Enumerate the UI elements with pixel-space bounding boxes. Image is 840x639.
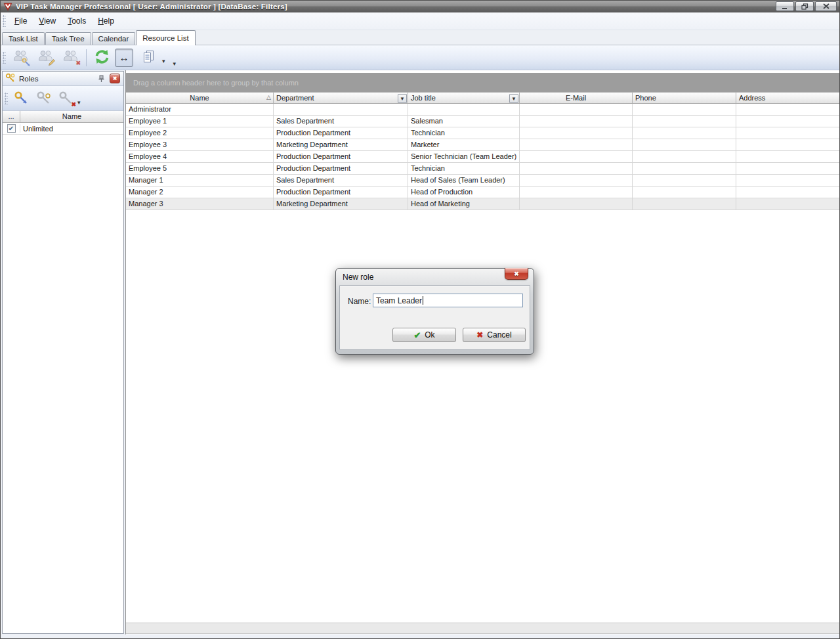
column-header-job-title[interactable]: Job title ▼: [408, 93, 520, 103]
table-row[interactable]: Employee 2Production DepartmentTechnicia…: [126, 127, 840, 139]
table-cell[interactable]: Administrator: [126, 104, 274, 116]
role-checkbox[interactable]: ✔: [7, 124, 16, 133]
table-cell[interactable]: [633, 127, 736, 139]
table-cell[interactable]: [520, 187, 633, 198]
table-cell[interactable]: Manager 3: [126, 198, 274, 210]
edit-role-button[interactable]: [33, 89, 55, 108]
table-cell[interactable]: Production Department: [274, 151, 408, 163]
close-button[interactable]: [815, 1, 837, 11]
table-cell[interactable]: Technician: [408, 127, 520, 139]
column-header-address[interactable]: Address: [736, 93, 840, 103]
table-row[interactable]: Employee 1Sales DepartmentSalesman: [126, 116, 840, 127]
menu-tools[interactable]: Tools: [62, 14, 92, 28]
table-cell[interactable]: Head of Sales (Team Leader): [408, 175, 520, 187]
tab-resource-list[interactable]: Resource List: [136, 30, 195, 45]
column-header-name[interactable]: Name △: [126, 93, 274, 103]
table-cell[interactable]: Head of Production: [408, 187, 520, 198]
table-cell[interactable]: [736, 104, 840, 116]
menu-view[interactable]: View: [33, 14, 62, 28]
table-cell[interactable]: [633, 104, 736, 116]
table-cell[interactable]: [736, 127, 840, 139]
filter-dropdown-button[interactable]: ▼: [509, 94, 518, 103]
column-header-phone[interactable]: Phone: [633, 93, 736, 103]
delete-resource-button[interactable]: ✖: [59, 48, 83, 68]
menu-file[interactable]: File: [9, 14, 33, 28]
table-cell[interactable]: [520, 127, 633, 139]
customize-columns-button[interactable]: [136, 48, 160, 68]
table-cell[interactable]: Production Department: [274, 127, 408, 139]
table-cell[interactable]: [736, 151, 840, 163]
table-cell[interactable]: Production Department: [274, 163, 408, 175]
table-cell[interactable]: Marketing Department: [274, 198, 408, 210]
table-cell[interactable]: [736, 163, 840, 175]
menu-help[interactable]: Help: [92, 14, 120, 28]
table-row[interactable]: Manager 2Production DepartmentHead of Pr…: [126, 187, 840, 198]
table-cell[interactable]: Marketer: [408, 139, 520, 151]
table-cell[interactable]: [408, 104, 520, 116]
table-cell[interactable]: [633, 198, 736, 210]
table-cell[interactable]: Employee 3: [126, 139, 274, 151]
table-row[interactable]: Employee 5Production DepartmentTechnicia…: [126, 163, 840, 175]
table-cell[interactable]: Sales Department: [274, 175, 408, 187]
role-name[interactable]: Unlimited: [20, 125, 53, 133]
table-cell[interactable]: Head of Marketing: [408, 198, 520, 210]
minimize-button[interactable]: [776, 1, 794, 11]
table-cell[interactable]: Technician: [408, 163, 520, 175]
delete-role-button[interactable]: ✖: [55, 89, 77, 108]
add-resource-button[interactable]: [9, 48, 33, 68]
table-cell[interactable]: Manager 1: [126, 175, 274, 187]
roles-close-button[interactable]: ✖: [110, 74, 120, 83]
tab-task-list[interactable]: Task List: [2, 32, 45, 45]
roles-column-name[interactable]: Name: [20, 111, 123, 122]
table-cell[interactable]: [736, 175, 840, 187]
table-cell[interactable]: [736, 198, 840, 210]
table-row[interactable]: Administrator: [126, 104, 840, 116]
filter-dropdown-button[interactable]: ▼: [398, 94, 407, 103]
table-cell[interactable]: Employee 1: [126, 116, 274, 127]
table-cell[interactable]: Sales Department: [274, 116, 408, 127]
table-cell[interactable]: [633, 151, 736, 163]
tab-task-tree[interactable]: Task Tree: [45, 32, 91, 45]
role-name-input[interactable]: Team Leader: [373, 294, 523, 307]
table-cell[interactable]: Employee 2: [126, 127, 274, 139]
table-cell[interactable]: Marketing Department: [274, 139, 408, 151]
table-cell[interactable]: [520, 198, 633, 210]
column-header-email[interactable]: E-Mail: [520, 93, 633, 103]
table-cell[interactable]: Senior Technician (Team Leader): [408, 151, 520, 163]
table-row[interactable]: Employee 3Marketing DepartmentMarketer: [126, 139, 840, 151]
edit-resource-button[interactable]: [34, 48, 58, 68]
table-cell[interactable]: [633, 116, 736, 127]
roles-toolbar-overflow-icon[interactable]: ▾: [77, 99, 81, 106]
tab-calendar[interactable]: Calendar: [92, 32, 136, 45]
list-item[interactable]: ✔ Unlimited: [3, 123, 123, 135]
table-cell[interactable]: Employee 5: [126, 163, 274, 175]
table-cell[interactable]: [633, 175, 736, 187]
table-row[interactable]: Manager 1Sales DepartmentHead of Sales (…: [126, 175, 840, 187]
column-header-department[interactable]: Department ▼: [274, 93, 408, 103]
toolbar-overflow-icon[interactable]: ▾: [173, 60, 177, 67]
roles-column-check[interactable]: ...: [3, 111, 20, 122]
table-cell[interactable]: [520, 151, 633, 163]
dialog-close-button[interactable]: ✖: [505, 268, 528, 280]
table-cell[interactable]: [520, 139, 633, 151]
table-cell[interactable]: Manager 2: [126, 187, 274, 198]
table-cell[interactable]: [274, 104, 408, 116]
table-cell[interactable]: [520, 175, 633, 187]
ok-button[interactable]: ✔ Ok: [392, 328, 456, 342]
table-cell[interactable]: [736, 139, 840, 151]
table-cell[interactable]: [633, 139, 736, 151]
table-cell[interactable]: [520, 104, 633, 116]
refresh-button[interactable]: [90, 48, 114, 68]
table-cell[interactable]: [520, 116, 633, 127]
table-cell[interactable]: [736, 187, 840, 198]
table-cell[interactable]: Employee 4: [126, 151, 274, 163]
table-cell[interactable]: Production Department: [274, 187, 408, 198]
table-row[interactable]: Manager 3Marketing DepartmentHead of Mar…: [126, 198, 840, 210]
add-role-button[interactable]: [10, 89, 33, 108]
table-cell[interactable]: [633, 187, 736, 198]
cancel-button[interactable]: ✖ Cancel: [463, 328, 526, 342]
table-row[interactable]: Employee 4Production DepartmentSenior Te…: [126, 151, 840, 163]
columns-dropdown-icon[interactable]: ▾: [162, 58, 165, 64]
fit-columns-button[interactable]: ↔: [115, 49, 133, 67]
table-cell[interactable]: Salesman: [408, 116, 520, 127]
